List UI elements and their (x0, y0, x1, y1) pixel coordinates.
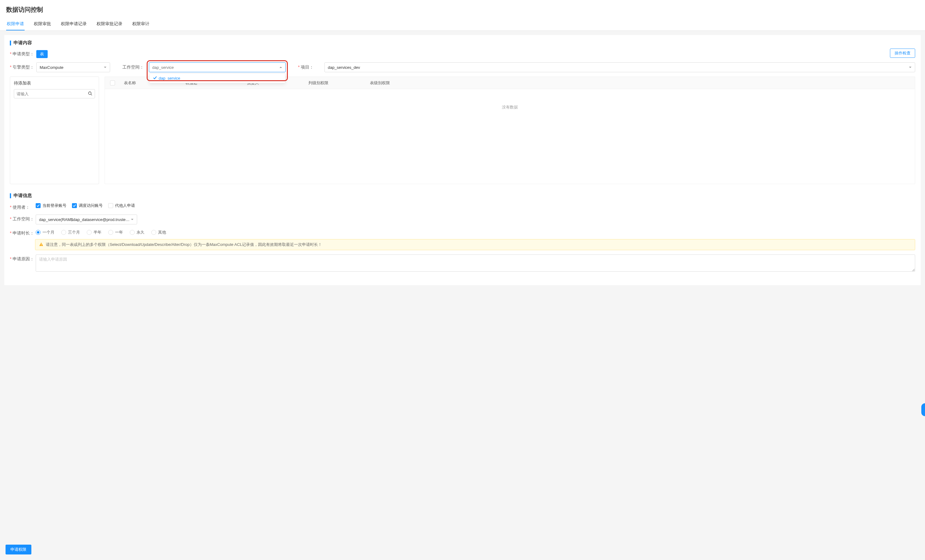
radio-icon (61, 230, 66, 235)
chevron-down-icon (131, 218, 134, 221)
cb-current-login[interactable]: 当前登录账号 (36, 203, 66, 208)
cb-current-login-label: 当前登录账号 (42, 203, 66, 208)
info-workspace-select[interactable]: dap_service(RAM$dap_dataservice@prod.tru… (36, 215, 137, 224)
apply-type-row: 申请类型： 表 (10, 50, 915, 58)
section-bar-icon (10, 193, 11, 198)
checkbox-unchecked-icon (108, 203, 113, 208)
radio-icon (151, 230, 156, 235)
workspace-dropdown: dap_service (149, 73, 285, 83)
operation-check-button[interactable]: 操作检查 (890, 48, 915, 58)
engine-type-select[interactable]: MaxCompute (36, 62, 110, 72)
project-select[interactable]: dap_services_dev (324, 62, 915, 72)
duration-radio-group: 一个月 三个月 半年 一年 永久 其他 (36, 230, 166, 235)
tab-apply-records[interactable]: 权限申请记录 (60, 18, 87, 30)
radio-icon (108, 230, 113, 235)
reason-textarea[interactable] (36, 254, 915, 272)
radio-three-months-label: 三个月 (68, 230, 80, 235)
page-title: 数据访问控制 (0, 0, 925, 18)
radio-other-label: 其他 (158, 230, 166, 235)
workspace-label: 工作空间： (122, 65, 147, 70)
pending-tables-search-input[interactable] (17, 92, 88, 96)
user-label: 使用者： (10, 203, 36, 210)
info-workspace-value: dap_service(RAM$dap_dataservice@prod.tru… (39, 217, 131, 222)
radio-one-year-label: 一年 (115, 230, 123, 235)
svg-point-0 (89, 92, 91, 94)
checkbox-checked-icon (72, 203, 77, 208)
tables-grid: 表名称 表描述 负责人 列级别权限 表级别权限 没有数据 (105, 77, 915, 184)
chevron-down-icon (104, 66, 107, 69)
pending-tables-title: 待添加表 (14, 81, 95, 86)
engine-type-value: MaxCompute (40, 65, 63, 70)
workspace-select-input[interactable] (152, 63, 279, 72)
duration-alert: 请注意，同一表或列上的多个权限（Select/Download/Update/D… (35, 239, 915, 250)
table-empty-state: 没有数据 (105, 89, 915, 184)
tabs-bar: 权限申请 权限审批 权限申请记录 权限审批记录 权限审计 (0, 18, 925, 31)
checkbox-unchecked[interactable] (110, 81, 115, 86)
check-icon (153, 76, 157, 81)
radio-one-month[interactable]: 一个月 (36, 230, 54, 235)
reason-row: 申请原因： (10, 254, 915, 272)
radio-half-year[interactable]: 半年 (87, 230, 101, 235)
alert-spacer (10, 236, 35, 250)
radio-half-year-label: 半年 (93, 230, 101, 235)
alert-text: 请注意，同一表或列上的多个权限（Select/Download/Update/D… (46, 242, 322, 247)
table-header-checkbox[interactable] (105, 81, 120, 86)
section-apply-content: 申请内容 (10, 40, 915, 46)
section-bar-icon (10, 41, 11, 45)
workspace-select[interactable]: dap_service (149, 62, 286, 72)
radio-icon (87, 230, 92, 235)
section-apply-info: 申请信息 (10, 193, 915, 199)
tab-permission-approve[interactable]: 权限审批 (33, 18, 52, 30)
engine-workspace-project-row: 引擎类型： MaxCompute 工作空间： dap_service (10, 62, 915, 72)
pending-tables-panel: 待添加表 (10, 77, 99, 184)
apply-type-value-pill[interactable]: 表 (36, 50, 48, 58)
radio-other[interactable]: 其他 (151, 230, 166, 235)
table-header-tbl-perm: 表级别权限 (366, 80, 915, 86)
cb-proxy-apply[interactable]: 代他人申请 (108, 203, 135, 208)
workspace-dropdown-option[interactable]: dap_service (149, 74, 285, 83)
checkbox-checked-icon (36, 203, 41, 208)
main-area: 待添加表 表名称 表描述 负责人 列级别权限 表级别权限 没有数据 (10, 77, 915, 184)
project-value: dap_services_dev (328, 65, 360, 70)
info-workspace-row: 工作空间： dap_service(RAM$dap_dataservice@pr… (10, 215, 915, 224)
warning-icon (39, 242, 44, 247)
table-header-col-perm: 列级别权限 (305, 80, 366, 86)
chevron-up-icon (279, 66, 282, 69)
cb-schedule-access-label: 调度访问账号 (79, 203, 103, 208)
section-apply-info-wrapper: 申请信息 使用者： 当前登录账号 调度访问账号 代他人申请 工作空间： (10, 193, 915, 272)
engine-type-label: 引擎类型： (10, 65, 35, 70)
user-checkbox-group: 当前登录账号 调度访问账号 代他人申请 (36, 203, 135, 208)
tab-permission-audit[interactable]: 权限审计 (132, 18, 150, 30)
radio-one-year[interactable]: 一年 (108, 230, 123, 235)
search-icon[interactable] (88, 91, 92, 96)
svg-line-1 (91, 94, 92, 95)
content-card: 申请内容 操作检查 申请类型： 表 引擎类型： MaxCompute 工作空间： (4, 35, 921, 285)
chevron-down-icon (909, 66, 912, 69)
svg-rect-2 (41, 244, 41, 245)
radio-forever[interactable]: 永久 (130, 230, 145, 235)
workspace-dropdown-option-label: dap_service (159, 76, 180, 81)
duration-label: 申请时长： (10, 229, 36, 236)
tab-permission-apply[interactable]: 权限申请 (6, 18, 25, 30)
section-apply-content-title: 申请内容 (14, 40, 32, 46)
user-row: 使用者： 当前登录账号 调度访问账号 代他人申请 (10, 203, 915, 210)
radio-forever-label: 永久 (137, 230, 145, 235)
radio-icon (130, 230, 135, 235)
cb-schedule-access[interactable]: 调度访问账号 (72, 203, 103, 208)
radio-one-month-label: 一个月 (42, 230, 54, 235)
section-apply-info-title: 申请信息 (14, 193, 32, 199)
pending-tables-search[interactable] (14, 89, 95, 98)
info-workspace-label: 工作空间： (10, 215, 36, 222)
project-label: 项目： (298, 65, 322, 70)
radio-checked-icon (36, 230, 41, 235)
apply-type-label: 申请类型： (10, 51, 35, 57)
reason-label: 申请原因： (10, 254, 36, 262)
duration-row: 申请时长： 一个月 三个月 半年 一年 永久 其他 请注意，同一表或列上的多个权… (10, 229, 915, 250)
cb-proxy-apply-label: 代他人申请 (115, 203, 135, 208)
tab-approve-records[interactable]: 权限审批记录 (96, 18, 123, 30)
radio-three-months[interactable]: 三个月 (61, 230, 80, 235)
